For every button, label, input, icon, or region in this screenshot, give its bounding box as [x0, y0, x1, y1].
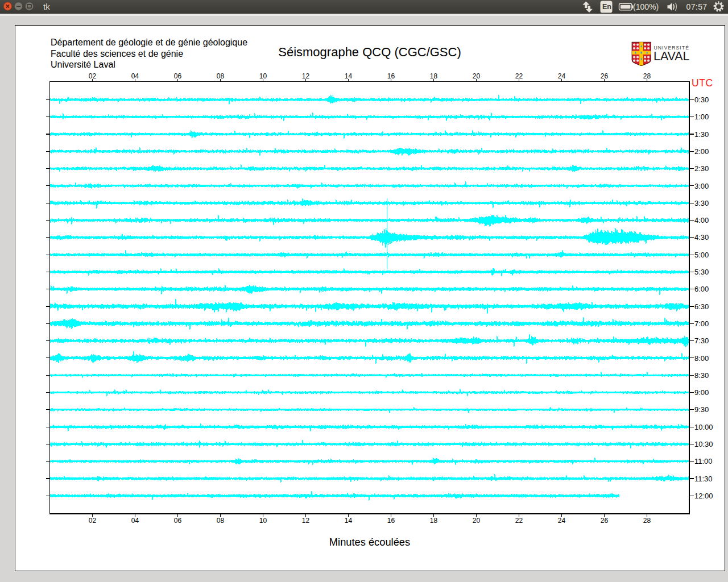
svg-text:11:30: 11:30 [694, 475, 713, 483]
svg-text:8:30: 8:30 [694, 371, 709, 380]
svg-text:6:00: 6:00 [694, 285, 709, 293]
svg-text:4:30: 4:30 [694, 233, 709, 242]
svg-text:28: 28 [643, 517, 651, 525]
svg-text:Faculté des sciences et de gén: Faculté des sciences et de génie [51, 49, 183, 59]
svg-text:12: 12 [302, 517, 310, 525]
svg-text:22: 22 [515, 517, 523, 525]
svg-text:3:30: 3:30 [694, 199, 709, 207]
svg-text:08: 08 [217, 72, 225, 80]
svg-text:7:30: 7:30 [694, 336, 709, 345]
svg-text:LAVAL: LAVAL [653, 49, 690, 63]
svg-text:24: 24 [558, 72, 566, 80]
svg-text:5:00: 5:00 [694, 251, 709, 259]
svg-text:20: 20 [473, 72, 481, 80]
svg-text:Minutes écoulées: Minutes écoulées [329, 536, 410, 548]
svg-text:Université Laval: Université Laval [51, 60, 115, 69]
svg-text:20: 20 [473, 517, 481, 525]
svg-text:UTC: UTC [692, 77, 713, 89]
svg-text:7:00: 7:00 [694, 319, 709, 328]
svg-text:14: 14 [345, 517, 353, 525]
svg-text:16: 16 [387, 517, 395, 525]
svg-text:6:30: 6:30 [694, 302, 709, 311]
svg-text:04: 04 [131, 72, 139, 80]
svg-text:4:00: 4:00 [694, 216, 709, 225]
svg-text:5:30: 5:30 [694, 268, 709, 276]
svg-text:22: 22 [515, 72, 523, 80]
svg-text:26: 26 [601, 72, 609, 80]
svg-text:11:00: 11:00 [694, 457, 713, 465]
svg-text:06: 06 [174, 72, 182, 80]
svg-text:18: 18 [430, 72, 438, 80]
svg-text:9:00: 9:00 [694, 388, 709, 397]
svg-text:10:30: 10:30 [694, 440, 713, 448]
svg-text:04: 04 [131, 517, 139, 525]
svg-text:24: 24 [558, 517, 566, 525]
svg-text:Département de géologie et de: Département de géologie et de génie géol… [51, 38, 247, 47]
svg-text:0:30: 0:30 [694, 95, 709, 104]
svg-text:10: 10 [259, 72, 267, 80]
svg-text:1:00: 1:00 [694, 113, 709, 121]
svg-text:18: 18 [430, 517, 438, 525]
svg-text:26: 26 [601, 517, 609, 525]
svg-text:1:30: 1:30 [694, 130, 709, 139]
svg-text:02: 02 [89, 517, 97, 525]
svg-text:Séismographe QCQ (CGC/GSC): Séismographe QCQ (CGC/GSC) [278, 45, 461, 59]
svg-text:12:00: 12:00 [694, 492, 713, 500]
svg-text:10:00: 10:00 [694, 423, 713, 431]
svg-text:12: 12 [302, 72, 310, 80]
svg-text:14: 14 [345, 72, 353, 80]
svg-text:16: 16 [387, 72, 395, 80]
svg-text:9:30: 9:30 [694, 405, 709, 414]
svg-text:06: 06 [174, 517, 182, 525]
svg-text:8:00: 8:00 [694, 354, 709, 363]
svg-text:08: 08 [217, 517, 225, 525]
svg-text:2:30: 2:30 [694, 164, 709, 173]
svg-text:02: 02 [89, 72, 97, 80]
svg-text:2:00: 2:00 [694, 147, 709, 156]
svg-text:28: 28 [643, 72, 651, 80]
svg-text:3:00: 3:00 [694, 182, 709, 190]
svg-text:10: 10 [259, 517, 267, 525]
